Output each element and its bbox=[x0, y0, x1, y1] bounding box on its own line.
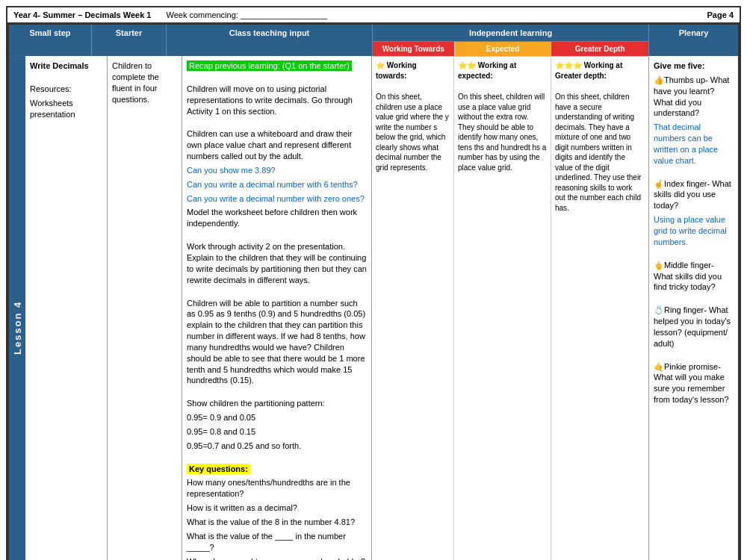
plenary-column: Give me five: 👍Thumbs up- What have you … bbox=[648, 56, 738, 560]
class-q2: How is it written as a decimal? bbox=[187, 503, 367, 514]
class-para1: Children will move on to using pictorial… bbox=[187, 84, 367, 117]
plenary-index: ☝Index finger- What skills did you use t… bbox=[654, 178, 734, 212]
lesson-label-wrapper: Lesson 4 bbox=[9, 56, 25, 560]
class-para6: Show children the partitioning pattern: bbox=[187, 398, 367, 409]
small-step-title: Write Decimals bbox=[30, 60, 102, 72]
class-para3: Model the worksheet before children then… bbox=[187, 207, 367, 229]
class-link1: Can you show me 3.89? bbox=[187, 165, 367, 176]
small-step-column: Write Decimals Resources: Worksheets pre… bbox=[25, 56, 108, 560]
plenary-thumb: 👍Thumbs up- What have you learnt? What d… bbox=[654, 75, 734, 119]
small-step-worksheets: Worksheets presentation bbox=[30, 98, 102, 120]
plenary-index-blue: Using a place value grid to write decima… bbox=[654, 214, 734, 248]
col-header-greater-depth: Greater Depth bbox=[551, 42, 648, 56]
class-link2: Can you write a decimal number with 6 te… bbox=[187, 179, 367, 190]
starter-text: Children to complete the fluent in four … bbox=[112, 60, 177, 105]
recap-label: Recap previous learning: (Q1 on the star… bbox=[187, 60, 352, 71]
expected-content: ⭐⭐ Working at expected: On this sheet, c… bbox=[454, 57, 551, 560]
class-para4: Work through activity 2 on the presentat… bbox=[187, 241, 367, 285]
page-title: Year 4- Summer – Decimals Week 1 bbox=[13, 10, 151, 19]
plenary-blue-text: That decimal numbers can be written on a… bbox=[654, 122, 734, 166]
expected-text: On this sheet, children will use a place… bbox=[458, 92, 547, 172]
class-teaching-column: Recap previous learning: (Q1 on the star… bbox=[182, 56, 372, 560]
class-para5: Children will be able to partition a num… bbox=[187, 298, 367, 387]
plenary-pinkie: 🤙Pinkie promise- What will you make sure… bbox=[654, 361, 734, 405]
col-header-class-teaching: Class teaching input bbox=[166, 25, 372, 56]
greater-text: On this sheet, children have a secure un… bbox=[555, 92, 645, 213]
page-number: Page 4 bbox=[707, 10, 734, 19]
col-header-small-step: Small step bbox=[9, 25, 91, 56]
class-pattern3: 0.95=0.7 and 0.25 and so forth. bbox=[187, 441, 367, 452]
class-pattern2: 0.95= 0.8 and 0.15 bbox=[187, 426, 367, 438]
working-stars: ⭐ bbox=[376, 61, 385, 69]
class-pattern1: 0.95= 0.9 and 0.05 bbox=[187, 412, 367, 423]
small-step-resources: Resources: bbox=[30, 84, 102, 95]
working-towards-content: ⭐ Working towards: On this sheet, childr… bbox=[372, 57, 454, 560]
plenary-title: Give me five: bbox=[654, 60, 734, 72]
plenary-ring: 💍Ring finger- What helped you in today's… bbox=[654, 305, 734, 349]
key-questions-label: Key questions: bbox=[187, 464, 250, 474]
class-q4: What is the value of the ____ in the num… bbox=[187, 531, 367, 553]
class-q5: When do we need to use zero as a place h… bbox=[187, 556, 367, 560]
plenary-middle: 🖕Middle finger- What skills did you find… bbox=[654, 260, 734, 293]
class-q1: How many ones/tenths/hundredths are in t… bbox=[187, 477, 367, 500]
working-text: On this sheet, children use a place valu… bbox=[376, 92, 450, 172]
greater-stars: ⭐⭐⭐ bbox=[555, 61, 582, 69]
starter-column: Children to complete the fluent in four … bbox=[108, 56, 182, 560]
greater-depth-content: ⭐⭐⭐ Working at Greater depth: On this sh… bbox=[551, 57, 648, 560]
col-header-starter: Starter bbox=[91, 25, 166, 56]
independent-learning-column: ⭐ Working towards: On this sheet, childr… bbox=[372, 56, 648, 560]
lesson-label: Lesson 4 bbox=[12, 301, 23, 355]
col-header-plenary: Plenary bbox=[648, 25, 738, 56]
class-link3: Can you write a decimal number with zero… bbox=[187, 193, 367, 205]
col-header-expected: Expected bbox=[455, 42, 552, 56]
class-para2: Children can use a whiteboard and draw t… bbox=[187, 128, 367, 162]
class-q3: What is the value of the 8 in the number… bbox=[187, 517, 367, 528]
expected-stars: ⭐⭐ bbox=[458, 61, 476, 69]
col-header-independent: Independent learning bbox=[373, 25, 648, 42]
week-commencing: Week commencing: ___________________ bbox=[166, 10, 692, 19]
col-header-working-towards: Working Towards bbox=[373, 42, 455, 56]
